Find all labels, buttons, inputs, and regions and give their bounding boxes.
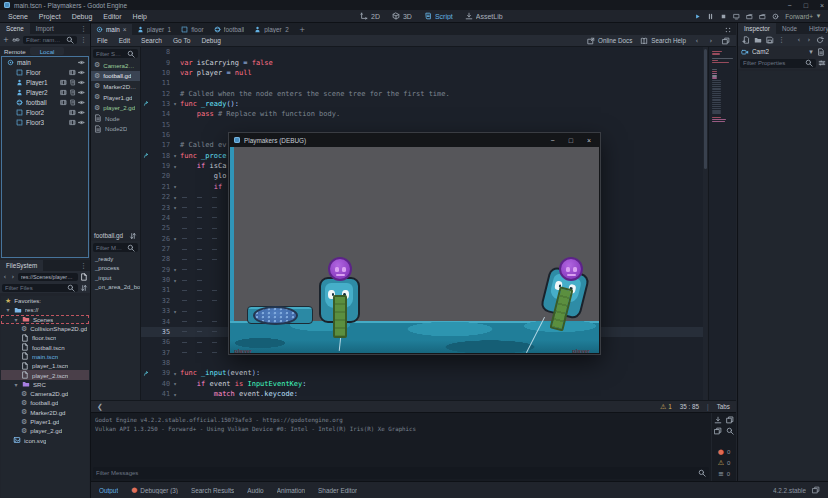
fold-caret-icon[interactable]: ▾ (170, 163, 180, 170)
maximize-icon[interactable]: □ (569, 137, 573, 144)
history-icon[interactable] (816, 36, 824, 44)
file-res-[interactable]: ▾res:// (1, 305, 89, 314)
expand-panel-icon[interactable] (812, 486, 820, 494)
fold-caret-icon[interactable]: ▾ (170, 266, 180, 273)
file-src[interactable]: ▾SRC (1, 380, 89, 389)
file-football-gd[interactable]: ⚙football.gd (1, 398, 89, 407)
filesystem-options-icon[interactable]: ⋮ (80, 262, 87, 270)
close-icon[interactable]: × (587, 137, 591, 144)
tree-options-icon[interactable]: ⋮ (80, 36, 87, 44)
message-counter[interactable]: ≡ 0 (718, 470, 730, 478)
float-window-icon[interactable] (722, 37, 730, 45)
scene-node-floor3[interactable]: Floor3 (2, 117, 88, 127)
float-window-icon[interactable] (714, 427, 722, 435)
file-football-tscn[interactable]: football.tscn (1, 342, 89, 351)
local-toggle[interactable]: Local (30, 47, 65, 55)
workspace-script[interactable]: Script (424, 12, 453, 20)
current-path[interactable]: res://Scenes/player_2.tscn (18, 273, 78, 281)
add-node-icon[interactable]: + (3, 36, 9, 44)
method-item[interactable]: _on_area_2d_body_... (91, 283, 140, 293)
file-filter-input[interactable]: Filter Files (2, 284, 78, 292)
scene-tab-main[interactable]: main× (91, 24, 132, 35)
tab-node[interactable]: Node (776, 23, 803, 34)
code-line-39[interactable]: 39▾func _input(event): (141, 368, 707, 378)
monitor-icon[interactable] (733, 13, 740, 20)
warning-counter[interactable]: ⚠ 0 (718, 459, 731, 467)
file-floor-tscn[interactable]: floor.tscn (1, 333, 89, 342)
panel-tab-output[interactable]: Output (99, 487, 118, 494)
filter-scripts-input[interactable]: Filter Scripts (93, 49, 138, 58)
fold-caret-icon[interactable]: ▾ (170, 100, 180, 107)
fold-caret-icon[interactable]: ▾ (170, 152, 180, 159)
script-menu-file[interactable]: File (97, 37, 108, 44)
script-item-node2d[interactable]: Node2D (91, 124, 140, 135)
copy-icon[interactable] (726, 416, 734, 424)
film-icon[interactable] (69, 69, 76, 76)
eye-icon[interactable] (78, 119, 85, 126)
method-item[interactable]: _input (91, 273, 140, 283)
scene-filter-input[interactable]: Filter: name, t:type, g (23, 36, 77, 44)
scene-node-player1[interactable]: Player1 (2, 77, 88, 87)
minimize-icon[interactable]: − (551, 137, 555, 144)
file-player-2-gd[interactable]: ⚙player_2.gd (1, 426, 89, 435)
titlebar[interactable]: main.tscn - Playmakers - Godot Engine − … (0, 0, 828, 10)
fold-caret-icon[interactable]: ▾ (170, 235, 180, 242)
file-main-tscn[interactable]: main.tscn (1, 352, 89, 361)
menu-debug[interactable]: Debug (72, 13, 93, 20)
error-counter[interactable]: ● 0 (718, 448, 730, 456)
code-line-41[interactable]: 41▾ match event.keycode: (141, 389, 707, 399)
eye-icon[interactable] (78, 59, 85, 66)
file-scenes[interactable]: ▾Scenes (1, 315, 89, 324)
game-debug-window[interactable]: Playmakers (DEBUG) − □ × (228, 132, 601, 355)
code-line-40[interactable]: 40▾ if event is InputEventKey: (141, 379, 707, 389)
code-line-9[interactable]: 9var isCarrying = false (141, 57, 707, 67)
fold-caret-icon[interactable]: ▾ (170, 308, 180, 315)
panel-tab-debugger-3-[interactable]: ●Debugger (3) (131, 486, 178, 494)
code-line-8[interactable]: 8 (141, 47, 707, 57)
fold-caret-icon[interactable]: ▾ (170, 204, 180, 211)
fold-caret-icon[interactable]: ▾ (170, 370, 180, 377)
film-icon[interactable] (60, 79, 67, 86)
film-icon[interactable] (69, 119, 76, 126)
file-marker2d-gd[interactable]: ⚙Marker2D.gd (1, 408, 89, 417)
method-item[interactable]: _process (91, 264, 140, 274)
film-icon[interactable] (60, 89, 67, 96)
history-forward-icon[interactable]: › (708, 37, 714, 45)
filter-methods-input[interactable]: Filter Methods (93, 243, 138, 252)
open-docs-icon[interactable] (817, 48, 825, 56)
open-log-icon[interactable] (714, 416, 722, 424)
scene-node-football[interactable]: football (2, 97, 88, 107)
save-resource-icon[interactable] (766, 36, 774, 44)
new-resource-icon[interactable] (742, 36, 750, 44)
code-line-15[interactable]: 15 (141, 120, 707, 130)
game-viewport[interactable]: player player (230, 147, 599, 353)
workspace-3d[interactable]: 3D (392, 12, 412, 20)
script-item-camera2d-gd[interactable]: ⚙Camera2D.gd (91, 60, 140, 71)
code-line-14[interactable]: 14 pass # Replace with function body. (141, 109, 707, 119)
eye-icon[interactable] (78, 69, 85, 76)
script-item-football-gd[interactable]: ⚙football.gd (91, 71, 140, 82)
script-item-player-2-gd[interactable]: ⚙player_2.gd (91, 102, 140, 113)
code-line-12[interactable]: 12# Called when the node enters the scen… (141, 88, 707, 98)
scene-node-floor2[interactable]: Floor2 (2, 107, 88, 117)
nav-back-icon[interactable]: ‹ (2, 273, 8, 281)
instance-scene-icon[interactable] (12, 36, 20, 44)
sort-methods-icon[interactable] (129, 232, 137, 240)
tab-filesystem[interactable]: FileSystem (0, 260, 43, 271)
distraction-free-icon[interactable] (724, 26, 732, 34)
file-collisionshape2d-gd[interactable]: ⚙CollisionShape2D.gd (1, 324, 89, 333)
resource-options-icon[interactable]: ⋮ (778, 36, 785, 44)
panel-tab-audio[interactable]: Audio (247, 487, 263, 494)
scene-tab-player_1[interactable]: player_1 (132, 24, 177, 35)
scene-tab-football[interactable]: football (209, 24, 250, 35)
filter-options-icon[interactable] (818, 59, 826, 67)
file-camera2d-gd[interactable]: ⚙Camera2D.gd (1, 389, 89, 398)
search-help-button[interactable]: Search Help (640, 37, 686, 45)
filter-messages-input[interactable]: Filter Messages (93, 467, 709, 479)
pause-icon[interactable] (707, 13, 714, 20)
version-label[interactable]: 4.2.2.stable (773, 487, 806, 494)
eye-icon[interactable] (78, 89, 85, 96)
warning-count[interactable]: 1 (668, 403, 672, 410)
script-menu-debug[interactable]: Debug (201, 37, 220, 44)
eye-icon[interactable] (78, 99, 85, 106)
